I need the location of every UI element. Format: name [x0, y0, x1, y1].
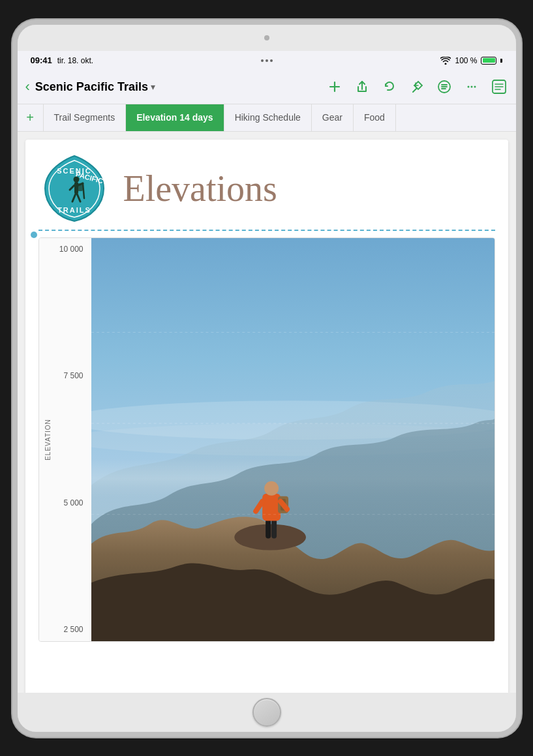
- undo-icon: [382, 80, 397, 94]
- tab-gear[interactable]: Gear: [312, 104, 354, 131]
- back-button[interactable]: ‹: [25, 78, 30, 95]
- battery-percent: 100 %: [455, 56, 477, 65]
- nav-bar: ‹ Scenic Pacific Trails ▾: [18, 70, 516, 104]
- tab-trail-segments[interactable]: Trail Segments: [44, 104, 127, 131]
- share-button[interactable]: [353, 78, 371, 96]
- svg-point-8: [474, 86, 476, 88]
- screen: 09:41 tir. 18. okt. 100 %: [18, 51, 516, 693]
- undo-button[interactable]: [380, 78, 399, 96]
- page-header: SCENIC PACIFIC TRAILS: [38, 153, 495, 224]
- battery-body: [481, 57, 496, 65]
- scenic-pacific-trails-logo: SCENIC PACIFIC TRAILS: [38, 153, 110, 224]
- svg-point-6: [467, 86, 469, 88]
- annotate-button[interactable]: [408, 78, 426, 96]
- y-tick-2500: 2 500: [44, 625, 86, 634]
- nav-title: Scenic Pacific Trails ▾: [35, 80, 320, 94]
- y-tick-7500: 7 500: [44, 371, 86, 380]
- camera-dot: [264, 35, 269, 40]
- main-content: SCENIC PACIFIC TRAILS: [18, 132, 516, 693]
- ipad-frame: 09:41 tir. 18. okt. 100 %: [12, 20, 521, 737]
- home-button[interactable]: [252, 698, 281, 727]
- logo-container: SCENIC PACIFIC TRAILS: [38, 153, 110, 224]
- tabs-bar: + Trail Segments Elevation 14 days Hikin…: [18, 104, 516, 132]
- dashed-dot: [31, 232, 37, 238]
- status-dots: [261, 59, 273, 62]
- svg-point-7: [470, 86, 472, 88]
- bottom-bezel: [18, 693, 516, 732]
- title-chevron-icon[interactable]: ▾: [151, 82, 155, 92]
- format-button[interactable]: [435, 78, 453, 96]
- notes-button[interactable]: [490, 78, 508, 96]
- svg-rect-23: [78, 183, 83, 191]
- format-icon: [437, 80, 451, 94]
- add-tab-button[interactable]: +: [18, 104, 44, 131]
- status-right: 100 %: [440, 56, 502, 65]
- notes-icon: [491, 78, 508, 95]
- tab-food[interactable]: Food: [354, 104, 396, 131]
- wifi-icon: [440, 57, 451, 65]
- more-icon: [464, 80, 479, 94]
- tab-elevation-14-days[interactable]: Elevation 14 days: [126, 104, 224, 131]
- add-button[interactable]: [326, 78, 344, 96]
- page-content: SCENIC PACIFIC TRAILS: [25, 140, 508, 693]
- mountain-photo: [91, 238, 495, 641]
- app-title: Scenic Pacific Trails: [35, 80, 148, 94]
- status-date: tir. 18. okt.: [57, 56, 93, 65]
- more-button[interactable]: [463, 78, 481, 96]
- dashed-divider: [38, 230, 495, 231]
- top-bezel: [18, 25, 516, 51]
- svg-point-16: [73, 176, 79, 182]
- y-tick-10000: 10 000: [44, 245, 86, 254]
- share-icon: [355, 80, 369, 94]
- svg-rect-31: [262, 493, 281, 521]
- tab-hiking-schedule[interactable]: Hiking Schedule: [224, 104, 312, 131]
- battery-fill: [483, 58, 495, 63]
- battery-tip: [500, 59, 502, 63]
- status-bar: 09:41 tir. 18. okt. 100 %: [18, 51, 516, 70]
- y-tick-5000: 5 000: [44, 498, 86, 507]
- svg-point-34: [264, 481, 279, 495]
- elevation-chart-svg: [91, 238, 495, 641]
- pin-icon: [410, 80, 424, 94]
- status-time: 09:41: [31, 55, 52, 65]
- chart-y-axis: ELEVATION 10 000 7 500 5 000 2 500: [39, 238, 91, 641]
- page-title: Elevations: [123, 168, 277, 209]
- elevation-chart: ELEVATION 10 000 7 500 5 000 2 500: [38, 237, 495, 642]
- elevation-label: ELEVATION: [44, 419, 52, 461]
- chart-body: [91, 238, 495, 641]
- svg-text:TRAILS: TRAILS: [57, 206, 91, 214]
- nav-actions: [326, 78, 508, 96]
- plus-icon: [327, 80, 342, 94]
